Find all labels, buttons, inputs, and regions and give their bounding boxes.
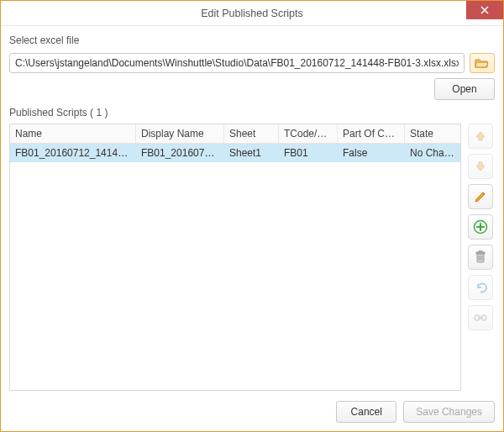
move-down-button[interactable]: [468, 154, 493, 179]
arrow-down-icon: [474, 160, 487, 173]
title-bar: Edit Published Scripts: [1, 1, 503, 26]
scripts-grid: Name Display Name Sheet TCode/Tables Par…: [9, 124, 461, 391]
col-tcode[interactable]: TCode/Tables: [279, 124, 338, 143]
dialog-footer: Cancel Save Changes: [9, 396, 495, 423]
content-row: Name Display Name Sheet TCode/Tables Par…: [9, 124, 495, 391]
link-button[interactable]: [468, 305, 493, 330]
browse-button[interactable]: [470, 53, 495, 73]
open-row: Open: [9, 78, 495, 100]
window-title: Edit Published Scripts: [1, 8, 503, 19]
undo-icon: [474, 281, 487, 294]
table-row[interactable]: FB01_20160712_141448-FB0... FB01_2016071…: [10, 144, 460, 162]
file-path-input[interactable]: [9, 53, 465, 73]
svg-rect-3: [479, 251, 482, 253]
svg-rect-6: [478, 317, 483, 319]
cell-state: No Change: [405, 144, 461, 162]
close-button[interactable]: [466, 1, 503, 19]
grid-header: Name Display Name Sheet TCode/Tables Par…: [10, 124, 460, 144]
cell-tcode: FB01: [279, 144, 338, 162]
plus-icon: [473, 219, 488, 234]
dialog-window: Edit Published Scripts Select excel file…: [0, 0, 504, 432]
col-display-name[interactable]: Display Name: [136, 124, 224, 143]
link-icon: [474, 313, 487, 322]
arrow-up-icon: [474, 129, 487, 143]
col-part-of-chain[interactable]: Part Of Chain: [338, 124, 405, 143]
delete-button[interactable]: [468, 245, 493, 270]
folder-open-icon: [475, 57, 490, 69]
cell-sheet: Sheet1: [224, 144, 279, 162]
tool-strip: [468, 124, 495, 391]
file-row: [9, 53, 495, 73]
close-icon: [480, 6, 489, 14]
select-file-label: Select excel file: [9, 34, 495, 46]
undo-button[interactable]: [468, 275, 493, 300]
col-name[interactable]: Name: [10, 124, 136, 143]
dialog-body: Select excel file Open Published Scripts…: [1, 26, 503, 431]
col-state[interactable]: State: [405, 124, 461, 143]
cell-display-name: FB01_20160712_14...: [136, 144, 224, 162]
add-button[interactable]: [468, 214, 493, 240]
save-changes-button[interactable]: Save Changes: [403, 401, 495, 423]
pencil-icon: [474, 190, 487, 203]
cell-name: FB01_20160712_141448-FB0...: [10, 144, 136, 162]
edit-button[interactable]: [468, 184, 493, 209]
move-up-button[interactable]: [468, 124, 493, 149]
cancel-button[interactable]: Cancel: [336, 401, 396, 423]
published-scripts-label: Published Scripts ( 1 ): [9, 107, 495, 119]
col-sheet[interactable]: Sheet: [224, 124, 279, 143]
cell-part-of-chain: False: [338, 144, 405, 162]
trash-icon: [475, 250, 486, 264]
open-button[interactable]: Open: [434, 78, 495, 100]
